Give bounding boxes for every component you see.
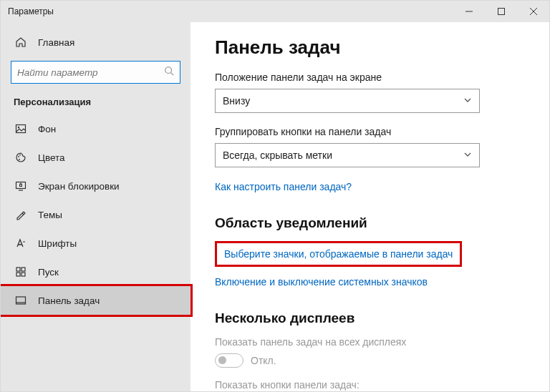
position-select[interactable]: Внизу [215, 89, 480, 113]
position-value: Внизу [223, 95, 250, 107]
how-configure-link[interactable]: Как настроить панели задач? [215, 181, 352, 192]
svg-rect-16 [21, 268, 25, 271]
taskbar-icon [14, 295, 28, 306]
minimize-button[interactable] [453, 1, 485, 22]
group-value: Всегда, скрывать метки [223, 150, 332, 161]
show-buttons-label: Показать кнопки панели задач: [215, 379, 525, 391]
select-icons-link[interactable]: Выберите значки, отображаемые в панели з… [224, 248, 453, 260]
sidebar-item-label: Пуск [38, 267, 59, 278]
window-title: Параметры [1, 6, 453, 16]
svg-rect-18 [21, 273, 25, 276]
main-content: Панель задач Положение панели задач на э… [190, 22, 549, 391]
show-all-displays-toggle-row: Откл. [215, 353, 525, 368]
sidebar-item-label: Шрифты [38, 238, 77, 249]
search-field[interactable] [17, 67, 164, 78]
group-select[interactable]: Всегда, скрывать метки [215, 143, 480, 167]
svg-point-10 [19, 159, 20, 160]
window-body: Главная Персонализация Фон Цвета Экран б… [1, 22, 549, 391]
sidebar-item-label: Темы [38, 210, 62, 220]
position-label: Положение панели задач на экране [215, 72, 525, 83]
chevron-down-icon [463, 150, 472, 161]
sidebar-item-themes[interactable]: Темы [1, 200, 190, 229]
show-all-displays-toggle[interactable] [215, 353, 243, 368]
palette-icon [14, 152, 28, 163]
chevron-down-icon [463, 95, 472, 107]
sidebar-home-label: Главная [38, 37, 74, 48]
close-button[interactable] [517, 1, 549, 22]
notification-area-heading: Область уведомлений [215, 215, 525, 231]
sidebar: Главная Персонализация Фон Цвета Экран б… [1, 22, 190, 391]
svg-rect-13 [20, 185, 22, 187]
group-label: Группировать кнопки на панели задач [215, 126, 525, 137]
show-all-displays-label: Показать панель задач на всех дисплеях [215, 336, 525, 348]
svg-rect-17 [16, 273, 20, 276]
svg-point-9 [19, 155, 21, 156]
svg-rect-15 [16, 268, 20, 271]
annotation-highlight-link: Выберите значки, отображаемые в панели з… [215, 241, 462, 267]
search-input[interactable] [11, 61, 180, 84]
toggle-state-label: Откл. [251, 355, 276, 366]
search-wrap [1, 61, 190, 84]
start-icon [14, 266, 28, 278]
svg-line-5 [171, 73, 174, 76]
svg-point-8 [18, 156, 19, 157]
maximize-button[interactable] [485, 1, 517, 22]
settings-window: Параметры Главная Персонализация Фон [0, 0, 550, 392]
titlebar: Параметры [1, 1, 549, 22]
sidebar-home[interactable]: Главная [1, 28, 190, 57]
image-icon [14, 123, 28, 134]
sidebar-item-label: Цвета [38, 152, 65, 163]
sidebar-item-taskbar[interactable]: Панель задач [1, 286, 190, 315]
svg-rect-1 [498, 9, 504, 15]
sidebar-item-background[interactable]: Фон [1, 114, 190, 143]
sidebar-item-lockscreen[interactable]: Экран блокировки [1, 172, 190, 200]
home-icon [14, 36, 28, 48]
sidebar-section-label: Персонализация [1, 91, 190, 114]
themes-icon [14, 209, 28, 220]
search-icon [164, 66, 174, 79]
svg-point-4 [165, 67, 172, 74]
sidebar-item-label: Панель задач [38, 295, 100, 306]
sidebar-item-colors[interactable]: Цвета [1, 143, 190, 172]
sidebar-item-start[interactable]: Пуск [1, 258, 190, 286]
sidebar-item-label: Экран блокировки [38, 181, 120, 192]
system-icons-link[interactable]: Включение и выключение системных значков [215, 276, 428, 288]
multiple-displays-heading: Несколько дисплеев [215, 310, 525, 326]
svg-point-7 [18, 127, 19, 128]
lockscreen-icon [14, 180, 28, 192]
toggle-knob [218, 356, 226, 364]
sidebar-item-fonts[interactable]: Шрифты [1, 229, 190, 258]
fonts-icon [14, 237, 28, 249]
sidebar-item-label: Фон [38, 124, 56, 134]
page-heading: Панель задач [215, 36, 525, 59]
annotation-highlight-sidebar: Панель задач [1, 284, 193, 317]
